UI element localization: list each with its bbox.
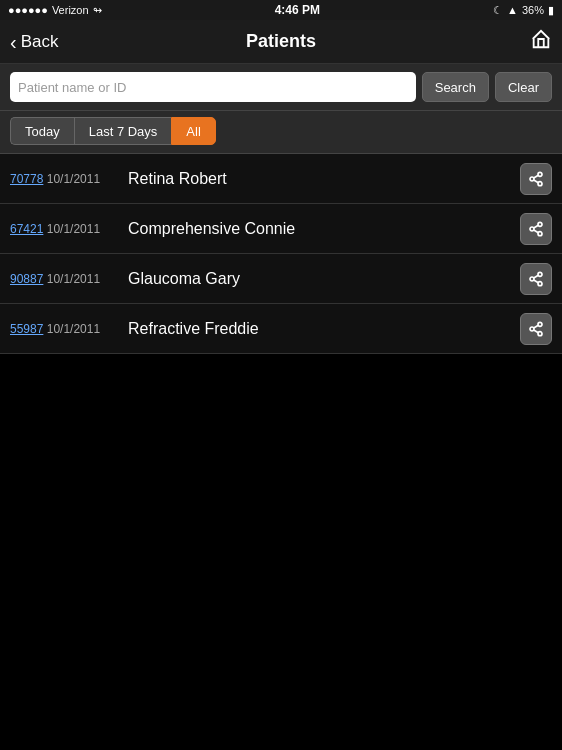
tab-all[interactable]: All [171,117,215,145]
patient-info: 70778 10/1/2011 Retina Robert [10,170,520,188]
patient-row[interactable]: 67421 10/1/2011 Comprehensive Connie [0,204,562,254]
status-right: ☾ ▲ 36% ▮ [493,4,554,17]
svg-point-15 [538,322,542,326]
share-button[interactable] [520,163,552,195]
patient-id: 67421 [10,222,43,236]
patient-id-date: 90887 10/1/2011 [10,272,120,286]
status-left: ●●●●●● Verizon ↬ [8,4,102,17]
svg-point-11 [530,277,534,281]
svg-line-9 [534,225,539,228]
patient-info: 67421 10/1/2011 Comprehensive Connie [10,220,520,238]
patient-info: 55987 10/1/2011 Refractive Freddie [10,320,520,338]
svg-point-10 [538,272,542,276]
share-button[interactable] [520,213,552,245]
share-icon [528,171,544,187]
battery-icon: ▮ [548,4,554,17]
patient-id: 55987 [10,322,43,336]
battery-percent: 36% [522,4,544,16]
svg-point-2 [538,181,542,185]
patient-date: 10/1/2011 [47,222,100,236]
page-title: Patients [246,31,316,52]
svg-line-18 [534,330,539,333]
patient-name: Comprehensive Connie [128,220,295,238]
share-button[interactable] [520,313,552,345]
back-label: Back [21,32,59,52]
patient-name: Refractive Freddie [128,320,259,338]
share-icon [528,271,544,287]
svg-point-1 [530,177,534,181]
patient-id-date: 67421 10/1/2011 [10,222,120,236]
nav-bar: ‹ Back Patients [0,20,562,64]
patient-id: 90887 [10,272,43,286]
share-icon [528,321,544,337]
svg-point-12 [538,281,542,285]
back-chevron-icon: ‹ [10,32,17,52]
clear-button[interactable]: Clear [495,72,552,102]
patient-name: Retina Robert [128,170,227,188]
status-bar: ●●●●●● Verizon ↬ 4:46 PM ☾ ▲ 36% ▮ [0,0,562,20]
moon-icon: ☾ [493,4,503,17]
patient-row[interactable]: 70778 10/1/2011 Retina Robert [0,154,562,204]
svg-line-13 [534,280,539,283]
patient-date: 10/1/2011 [47,272,100,286]
patient-row[interactable]: 55987 10/1/2011 Refractive Freddie [0,304,562,354]
svg-point-17 [538,331,542,335]
svg-line-14 [534,275,539,278]
svg-point-0 [538,172,542,176]
patient-date: 10/1/2011 [47,172,100,186]
patient-name: Glaucoma Gary [128,270,240,288]
svg-point-5 [538,222,542,226]
svg-line-19 [534,325,539,328]
back-button[interactable]: ‹ Back [10,32,58,52]
location-icon: ▲ [507,4,518,16]
svg-point-7 [538,231,542,235]
patient-list: 70778 10/1/2011 Retina Robert 67421 [0,154,562,354]
patient-info: 90887 10/1/2011 Glaucoma Gary [10,270,520,288]
search-area: Search Clear [0,64,562,111]
patient-id-date: 70778 10/1/2011 [10,172,120,186]
patient-date: 10/1/2011 [47,322,100,336]
search-input[interactable] [10,72,416,102]
status-time: 4:46 PM [275,3,320,17]
patient-id: 70778 [10,172,43,186]
tab-today[interactable]: Today [10,117,74,145]
svg-point-16 [530,327,534,331]
filter-tabs: Today Last 7 Days All [0,111,562,154]
svg-line-4 [534,175,539,178]
svg-point-6 [530,227,534,231]
home-icon [530,28,552,50]
home-button[interactable] [530,28,552,55]
svg-line-8 [534,230,539,233]
carrier-name: Verizon [52,4,89,16]
wifi-icon: ↬ [93,4,102,17]
patient-id-date: 55987 10/1/2011 [10,322,120,336]
svg-line-3 [534,180,539,183]
tab-last7days[interactable]: Last 7 Days [74,117,172,145]
share-button[interactable] [520,263,552,295]
patient-row[interactable]: 90887 10/1/2011 Glaucoma Gary [0,254,562,304]
search-button[interactable]: Search [422,72,489,102]
share-icon [528,221,544,237]
carrier-dots: ●●●●●● [8,4,48,16]
